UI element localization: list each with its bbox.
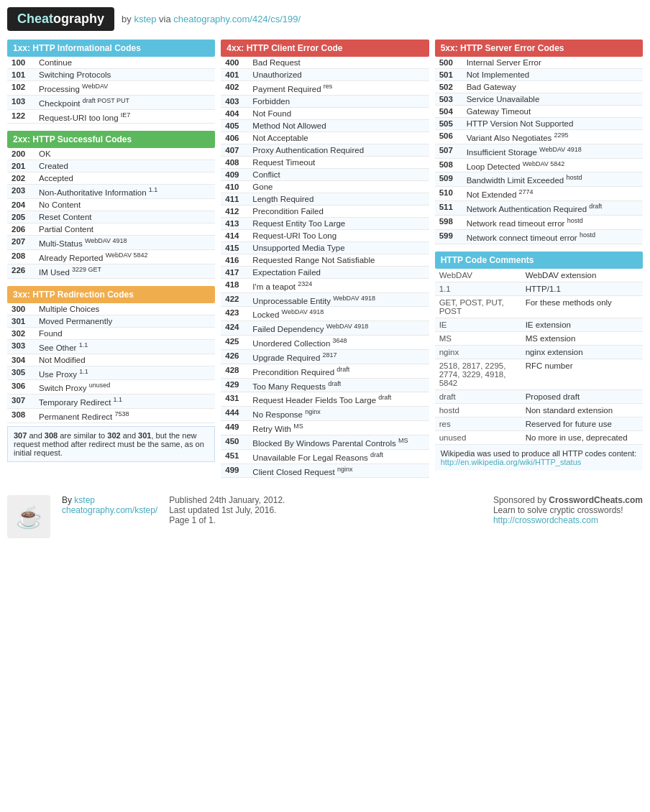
table-row: 404Not Found xyxy=(221,107,429,119)
footer: ☕ By kstep cheatography.com/kstep/ Publi… xyxy=(7,495,643,538)
section-5xx: 5xx: HTTP Server Error Codes 500Internal… xyxy=(435,40,643,244)
table-row: 425Unordered Collection 3648 xyxy=(221,336,429,350)
desc: Temporary Redirect 1.1 xyxy=(35,395,215,409)
footer-author-link[interactable]: kstep xyxy=(74,495,95,505)
desc: See Other 1.1 xyxy=(35,339,215,354)
desc: Requested Range Not Satisfiable xyxy=(248,254,429,266)
desc: Variant Also Negotiates 2295 xyxy=(462,130,643,144)
code: 413 xyxy=(221,217,248,229)
table-row: 511Network Authentication Required draft xyxy=(435,201,643,216)
desc: Partial Content xyxy=(35,223,215,236)
desc: Not Acceptable xyxy=(248,132,429,144)
desc: Precondition Failed xyxy=(248,205,429,217)
table-row: 303See Other 1.1 xyxy=(7,339,215,354)
table-row: 200OK xyxy=(7,148,215,160)
code: 406 xyxy=(221,132,248,144)
code: 418 xyxy=(221,278,248,292)
section-1xx: 1xx: HTTP Informational Codes 100Continu… xyxy=(7,40,215,124)
desc: Precondition Required draft xyxy=(248,364,429,378)
table-row: 450Blocked By Windows Parental Controls … xyxy=(221,435,429,449)
desc: Unordered Collection 3648 xyxy=(248,336,429,350)
desc: Length Required xyxy=(248,193,429,205)
table-row: 504Gateway Timeout xyxy=(435,106,643,118)
table-row: 408Request Timeout xyxy=(221,156,429,168)
code: 508 xyxy=(435,158,462,172)
table-row: 402Payment Required res xyxy=(221,81,429,96)
table-row: 599Network connect timeout error hostd xyxy=(435,229,643,244)
code: 598 xyxy=(435,215,462,229)
table-row: 206Partial Content xyxy=(7,223,215,236)
table-row: 415Unsupported Media Type xyxy=(221,241,429,254)
code: 307 xyxy=(7,395,35,409)
code: 428 xyxy=(221,364,248,378)
comment-val: WebDAV extension xyxy=(521,269,643,282)
table-row: 300Multiple Choices xyxy=(7,303,215,315)
table-row: 500Internal Server Error xyxy=(435,57,643,69)
sponsor-link[interactable]: http://crosswordcheats.com xyxy=(493,515,598,525)
wiki-link[interactable]: http://en.wikipedia.org/wiki/HTTP_status xyxy=(441,458,582,466)
desc: Request-URI Too Long xyxy=(248,229,429,241)
table-row: 403Forbidden xyxy=(221,95,429,107)
comment-key: GET, POST, PUT, POST xyxy=(435,295,521,318)
table-row: 423Locked WebDAV 4918 xyxy=(221,307,429,321)
table-row: 444No Response nginx xyxy=(221,407,429,421)
code: 102 xyxy=(7,81,35,96)
code: 402 xyxy=(221,81,248,96)
table-row: hostdNon standard extension xyxy=(435,403,643,417)
comment-val: Reserved for future use xyxy=(521,417,643,430)
section-comments: HTTP Code Comments WebDAVWebDAV extensio… xyxy=(435,252,643,471)
desc: No Content xyxy=(35,199,215,211)
column-1: 1xx: HTTP Informational Codes 100Continu… xyxy=(7,40,215,485)
table-row: 416Requested Range Not Satisfiable xyxy=(221,254,429,266)
code: 400 xyxy=(221,57,248,69)
desc: Created xyxy=(35,160,215,172)
desc: Use Proxy 1.1 xyxy=(35,366,215,380)
code: 207 xyxy=(7,236,35,250)
table-row: 103Checkpoint draft POST PUT xyxy=(7,95,215,109)
table-row: 449Retry With MS xyxy=(221,421,429,435)
header-text: by kstep via cheatography.com/424/cs/199… xyxy=(122,14,301,24)
table-row: 407Proxy Authentication Required xyxy=(221,144,429,156)
table-row: 414Request-URI Too Long xyxy=(221,229,429,241)
code: 499 xyxy=(221,463,248,478)
code: 422 xyxy=(221,292,248,307)
comment-key: draft xyxy=(435,389,521,403)
code: 302 xyxy=(7,327,35,339)
desc: Locked WebDAV 4918 xyxy=(248,307,429,321)
code: 424 xyxy=(221,321,248,336)
code: 506 xyxy=(435,130,462,144)
table-row: 401Unauthorized xyxy=(221,69,429,81)
url-link[interactable]: cheatography.com/424/cs/199/ xyxy=(173,14,301,24)
table-row: 208Already Reported WebDAV 5842 xyxy=(7,250,215,264)
desc: Internal Server Error xyxy=(462,57,643,69)
code: 500 xyxy=(435,57,462,69)
table-row: 451Unavailable For Legal Reasons draft xyxy=(221,449,429,463)
author-link[interactable]: kstep xyxy=(134,14,156,24)
desc: Switching Protocols xyxy=(35,69,215,81)
table-row: WebDAVWebDAV extension xyxy=(435,269,643,282)
table-row: 405Method Not Allowed xyxy=(221,119,429,132)
table-row: 505HTTP Version Not Supported xyxy=(435,118,643,130)
code: 405 xyxy=(221,119,248,132)
table-row: 400Bad Request xyxy=(221,57,429,69)
code: 101 xyxy=(7,69,35,81)
main-columns: 1xx: HTTP Informational Codes 100Continu… xyxy=(7,40,643,485)
desc: Multiple Choices xyxy=(35,303,215,315)
desc: Gone xyxy=(248,180,429,193)
table-row: 101Switching Protocols xyxy=(7,69,215,81)
desc: Request Entity Too Large xyxy=(248,217,429,229)
column-3: 5xx: HTTP Server Error Codes 500Internal… xyxy=(435,40,643,485)
table-row: 203Non-Authoritative Information 1.1 xyxy=(7,185,215,199)
table-row: unusedNo more in use, deprecated xyxy=(435,430,643,444)
desc: Method Not Allowed xyxy=(248,119,429,132)
table-row: 412Precondition Failed xyxy=(221,205,429,217)
section-2xx: 2xx: HTTP Successful Codes 200OK 201Crea… xyxy=(7,131,215,278)
table-row: 501Not Implemented xyxy=(435,69,643,81)
footer-url-link[interactable]: cheatography.com/kstep/ xyxy=(62,505,157,515)
table-row: 409Conflict xyxy=(221,168,429,180)
table-row: GET, POST, PUT, POSTFor these methods on… xyxy=(435,295,643,318)
desc: Insufficient Storage WebDAV 4918 xyxy=(462,144,643,158)
table-3xx: 300Multiple Choices 301Moved Permanently… xyxy=(7,303,215,423)
comments-header: HTTP Code Comments xyxy=(435,252,643,269)
comments-table: WebDAVWebDAV extension 1.1HTTP/1.1 GET, … xyxy=(435,269,643,445)
